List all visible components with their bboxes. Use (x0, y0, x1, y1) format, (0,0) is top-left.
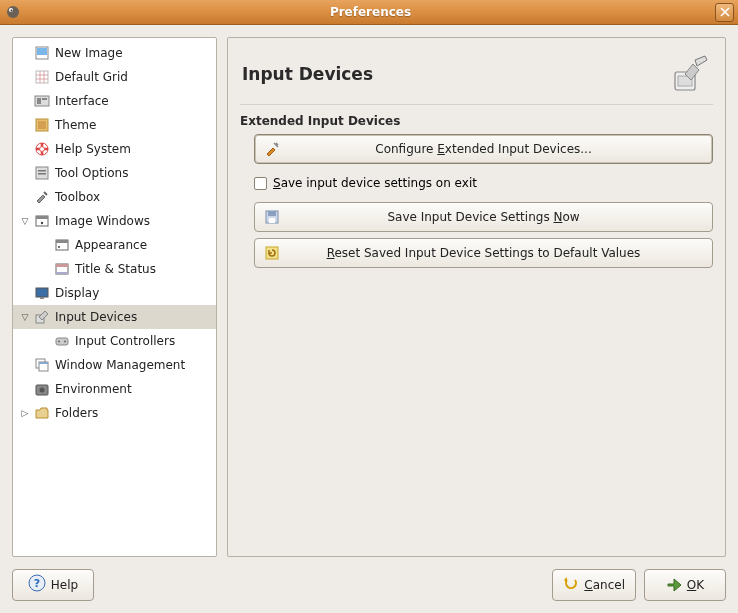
content-panel: Input Devices Extended Input Devices (227, 37, 726, 557)
expander-icon[interactable]: ▽ (19, 215, 31, 227)
tree-label: Title & Status (75, 262, 156, 276)
tree-label: Toolbox (55, 190, 100, 204)
divider (240, 104, 713, 106)
svg-text:?: ? (34, 577, 40, 590)
help-icon: ? (28, 574, 46, 596)
tree-item-default-grid[interactable]: Default Grid (13, 65, 216, 89)
tree-label: Display (55, 286, 99, 300)
display-icon (33, 284, 51, 302)
tree-item-display[interactable]: Display (13, 281, 216, 305)
toolbox-icon (33, 188, 51, 206)
save-input-settings-now-button[interactable]: Save Input Device Settings Now (254, 202, 713, 232)
svg-rect-15 (38, 173, 46, 175)
button-label: Reset Saved Input Device Settings to Def… (327, 246, 641, 260)
interface-icon (33, 92, 51, 110)
expander-icon[interactable]: ▷ (19, 407, 31, 419)
tree-label: Help System (55, 142, 131, 156)
configure-extended-input-button[interactable]: Configure Extended Input Devices... (254, 134, 713, 164)
tree-item-window-management[interactable]: Window Management (13, 353, 216, 377)
button-label: Save Input Device Settings Now (387, 210, 579, 224)
image-windows-icon (33, 212, 51, 230)
svg-rect-26 (40, 297, 44, 299)
input-controllers-icon (53, 332, 71, 350)
undo-icon (563, 575, 579, 595)
tree-item-toolbox[interactable]: Toolbox (13, 185, 216, 209)
svg-rect-20 (56, 240, 68, 243)
save-icon (263, 208, 281, 226)
help-icon (33, 140, 51, 158)
svg-rect-39 (268, 211, 276, 216)
tree-item-interface[interactable]: Interface (13, 89, 216, 113)
tree-label: Theme (55, 118, 96, 132)
svg-point-2 (11, 10, 13, 12)
tool-options-icon (33, 164, 51, 182)
tree-item-tool-options[interactable]: Tool Options (13, 161, 216, 185)
svg-point-0 (7, 6, 19, 18)
svg-rect-8 (42, 98, 47, 100)
tree-label: Input Devices (55, 310, 137, 324)
tree-label: Tool Options (55, 166, 128, 180)
tree-item-new-image[interactable]: New Image (13, 41, 216, 65)
svg-rect-40 (269, 218, 275, 223)
tree-label: New Image (55, 46, 123, 60)
title-status-icon (53, 260, 71, 278)
preferences-icon (263, 140, 281, 158)
tree-item-input-devices[interactable]: ▽ Input Devices (13, 305, 216, 329)
expander-icon[interactable]: ▽ (19, 311, 31, 323)
tree-label: Image Windows (55, 214, 150, 228)
tree-item-theme[interactable]: Theme (13, 113, 216, 137)
window-title: Preferences (26, 5, 715, 19)
svg-point-30 (64, 341, 66, 343)
button-label: Help (51, 578, 78, 592)
button-label: Cancel (584, 578, 625, 592)
grid-icon (33, 68, 51, 86)
close-button[interactable] (715, 3, 734, 22)
new-image-icon (33, 44, 51, 62)
theme-icon (33, 116, 51, 134)
svg-point-12 (40, 147, 45, 152)
save-on-exit-checkbox[interactable]: Save input device settings on exit (254, 170, 713, 196)
tree-label: Appearance (75, 238, 147, 252)
checkbox-label: Save input device settings on exit (273, 176, 477, 190)
ok-button[interactable]: OK (644, 569, 726, 601)
svg-rect-25 (36, 288, 48, 297)
svg-point-18 (41, 222, 43, 224)
help-button[interactable]: ? Help (12, 569, 94, 601)
input-devices-header-icon (671, 54, 711, 94)
svg-rect-7 (37, 98, 41, 104)
tree-item-image-windows[interactable]: ▽ Image Windows (13, 209, 216, 233)
tree-label: Interface (55, 94, 109, 108)
tree-item-help-system[interactable]: Help System (13, 137, 216, 161)
button-label: Configure Extended Input Devices... (375, 142, 591, 156)
tree-label: Default Grid (55, 70, 128, 84)
window-management-icon (33, 356, 51, 374)
input-devices-icon (33, 308, 51, 326)
environment-icon (33, 380, 51, 398)
tree-item-folders[interactable]: ▷ Folders (13, 401, 216, 425)
tree-label: Window Management (55, 358, 185, 372)
svg-point-21 (58, 246, 60, 248)
ok-icon (666, 576, 682, 595)
svg-rect-14 (38, 170, 46, 172)
panel-title: Input Devices (242, 64, 373, 84)
cancel-button[interactable]: Cancel (552, 569, 636, 601)
app-icon (4, 3, 22, 21)
button-label: OK (687, 578, 704, 592)
svg-rect-4 (37, 48, 47, 55)
reset-input-settings-button[interactable]: Reset Saved Input Device Settings to Def… (254, 238, 713, 268)
checkbox-icon (254, 177, 267, 190)
appearance-icon (53, 236, 71, 254)
tree-label: Input Controllers (75, 334, 175, 348)
titlebar: Preferences (0, 0, 738, 25)
tree-item-appearance[interactable]: Appearance (13, 233, 216, 257)
reset-icon (263, 244, 281, 262)
tree-item-environment[interactable]: Environment (13, 377, 216, 401)
tree-item-title-status[interactable]: Title & Status (13, 257, 216, 281)
folders-icon (33, 404, 51, 422)
tree-label: Environment (55, 382, 132, 396)
svg-point-29 (58, 341, 60, 343)
preferences-tree[interactable]: New Image Default Grid Interface Theme (12, 37, 217, 557)
svg-rect-17 (36, 216, 48, 219)
tree-label: Folders (55, 406, 98, 420)
tree-item-input-controllers[interactable]: Input Controllers (13, 329, 216, 353)
